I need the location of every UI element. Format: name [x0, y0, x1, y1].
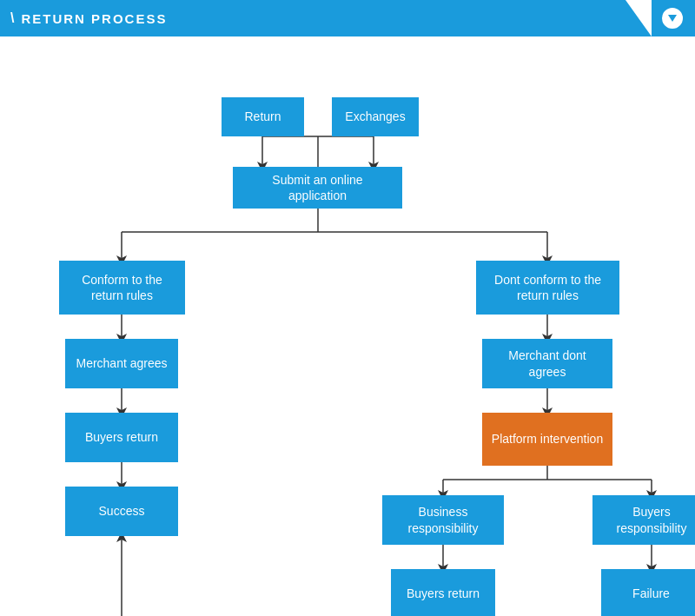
- success-box: Success: [65, 487, 178, 536]
- header-icon[interactable]: [660, 6, 685, 30]
- failure-box: Failure: [601, 569, 695, 616]
- submit-box: Submit an online application: [233, 167, 402, 209]
- return-box: Return: [222, 97, 304, 136]
- buyers-resp-box: Buyers responsibility: [592, 495, 695, 545]
- buyers-return-left-box: Buyers return: [65, 413, 178, 462]
- dont-conform-box: Dont conform to the return rules: [476, 261, 619, 315]
- page-header: \ RETURN PROCESS: [0, 0, 695, 36]
- diagram: Return Exchanges Submit an online applic…: [0, 36, 695, 616]
- svg-marker-0: [668, 15, 677, 22]
- header-stripe: [626, 0, 652, 36]
- header-title: RETURN PROCESS: [21, 11, 167, 26]
- merchant-dont-box: Merchant dont agrees: [482, 339, 612, 388]
- header-slash: \: [10, 10, 14, 26]
- exchanges-box: Exchanges: [332, 97, 419, 136]
- business-resp-box: Business responsibility: [382, 495, 504, 545]
- platform-box: Platform intervention: [482, 413, 612, 466]
- buyers-return-right-box: Buyers return: [391, 569, 495, 616]
- conform-box: Conform to the return rules: [59, 261, 185, 315]
- merchant-agrees-box: Merchant agrees: [65, 339, 178, 388]
